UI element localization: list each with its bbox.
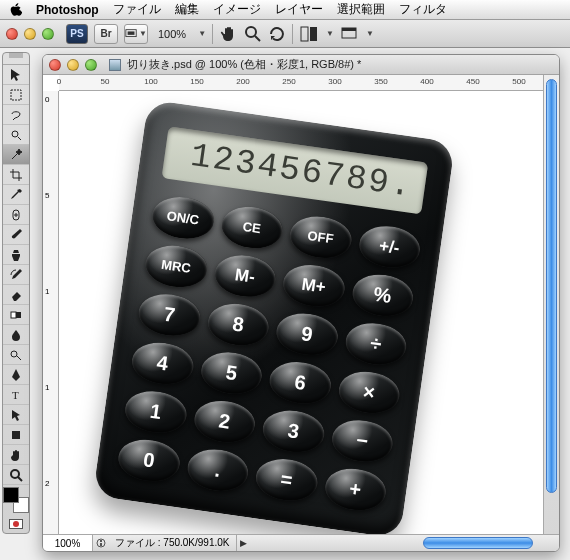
svg-point-16 bbox=[11, 470, 19, 478]
tool-shape[interactable] bbox=[3, 425, 29, 445]
ruler-tick: 150 bbox=[190, 77, 203, 86]
tools-palette: T bbox=[2, 52, 30, 534]
svg-point-2 bbox=[246, 27, 256, 37]
tool-brush[interactable] bbox=[3, 225, 29, 245]
zoom-tool-icon[interactable] bbox=[244, 25, 262, 43]
doc-zoom-icon[interactable] bbox=[85, 59, 97, 71]
menubar-app-name[interactable]: Photoshop bbox=[36, 3, 99, 17]
status-zoom-field[interactable]: 100% bbox=[43, 535, 93, 551]
tool-move[interactable] bbox=[3, 65, 29, 85]
zoom-window-icon[interactable] bbox=[42, 28, 54, 40]
ruler-tick: 0 bbox=[45, 95, 49, 104]
menubar-item-filter[interactable]: フィルタ bbox=[399, 1, 447, 18]
svg-rect-7 bbox=[342, 28, 356, 31]
menubar-item-select[interactable]: 選択範囲 bbox=[337, 1, 385, 18]
calc-key-: % bbox=[349, 271, 416, 320]
horizontal-scroll-thumb[interactable] bbox=[423, 537, 533, 549]
arrange-documents-icon[interactable] bbox=[300, 25, 318, 43]
zoom-level[interactable]: 100% bbox=[154, 28, 190, 40]
ruler-tick: 5 bbox=[45, 191, 49, 200]
ruler-tick: 100 bbox=[144, 77, 157, 86]
tool-magic-wand[interactable] bbox=[3, 145, 29, 165]
tool-clone[interactable] bbox=[3, 245, 29, 265]
calculator-keys: ON/CCEOFF+/-MRCM-M+%789÷456×123−0.=+ bbox=[116, 193, 423, 514]
document-icon bbox=[109, 59, 121, 71]
tool-quick-select[interactable] bbox=[3, 125, 29, 145]
close-window-icon[interactable] bbox=[6, 28, 18, 40]
tool-eyedropper[interactable] bbox=[3, 185, 29, 205]
calc-key-: +/- bbox=[356, 222, 423, 271]
calc-key-8: 8 bbox=[205, 300, 272, 349]
bridge-button[interactable]: Br bbox=[94, 24, 118, 44]
calc-key-1: 1 bbox=[122, 387, 189, 436]
tool-history-brush[interactable] bbox=[3, 265, 29, 285]
tool-zoom[interactable] bbox=[3, 465, 29, 485]
ps-home-button[interactable]: PS bbox=[66, 24, 88, 44]
tool-pen[interactable] bbox=[3, 365, 29, 385]
calc-key-5: 5 bbox=[198, 349, 265, 398]
doc-minimize-icon[interactable] bbox=[67, 59, 79, 71]
screen-mode-button[interactable]: ▼ bbox=[124, 24, 148, 44]
tool-blur[interactable] bbox=[3, 325, 29, 345]
document-titlebar[interactable]: 切り抜き.psd @ 100% (色相・彩度1, RGB/8#) * bbox=[43, 55, 559, 75]
window-traffic-lights bbox=[6, 28, 54, 40]
color-swatches[interactable] bbox=[3, 487, 29, 513]
tool-healing[interactable] bbox=[3, 205, 29, 225]
tool-hand[interactable] bbox=[3, 445, 29, 465]
calc-key-onc: ON/C bbox=[150, 193, 217, 242]
tool-lasso[interactable] bbox=[3, 105, 29, 125]
vertical-scrollbar[interactable] bbox=[543, 75, 559, 535]
rotate-view-icon[interactable] bbox=[268, 25, 286, 43]
menubar-item-image[interactable]: イメージ bbox=[213, 1, 261, 18]
status-menu-arrow-icon[interactable]: ▶ bbox=[237, 538, 251, 548]
status-file-size[interactable]: ファイル : 750.0K/991.0K bbox=[109, 535, 237, 551]
calc-key-mrc: MRC bbox=[143, 242, 210, 291]
svg-rect-4 bbox=[301, 27, 308, 41]
calc-key-ce: CE bbox=[218, 203, 285, 252]
menubar-item-layer[interactable]: レイヤー bbox=[275, 1, 323, 18]
separator bbox=[212, 24, 214, 44]
canvas[interactable]: 123456789. ON/CCEOFF+/-MRCM-M+%789÷456×1… bbox=[59, 91, 543, 534]
svg-rect-8 bbox=[11, 90, 21, 100]
tool-dodge[interactable] bbox=[3, 345, 29, 365]
ruler-tick: 350 bbox=[374, 77, 387, 86]
tool-gradient[interactable] bbox=[3, 305, 29, 325]
calc-key-: + bbox=[322, 465, 389, 514]
menubar-item-edit[interactable]: 編集 bbox=[175, 1, 199, 18]
svg-rect-18 bbox=[100, 540, 102, 542]
calc-key-: = bbox=[253, 455, 320, 504]
tool-marquee[interactable] bbox=[3, 85, 29, 105]
vertical-ruler[interactable]: 05112 bbox=[43, 91, 59, 535]
ruler-tick: 50 bbox=[101, 77, 110, 86]
quick-mask-button[interactable] bbox=[3, 515, 29, 533]
palette-grip[interactable] bbox=[3, 53, 29, 65]
calc-key-9: 9 bbox=[274, 310, 341, 359]
svg-point-9 bbox=[12, 131, 18, 137]
zoom-dropdown-icon[interactable]: ▼ bbox=[198, 29, 206, 38]
calc-key-4: 4 bbox=[129, 339, 196, 388]
status-info-icon[interactable] bbox=[93, 538, 109, 548]
arrange-dropdown-icon[interactable]: ▼ bbox=[326, 29, 334, 38]
screen-mode-icon[interactable] bbox=[340, 25, 358, 43]
calc-key-0: 0 bbox=[116, 436, 183, 485]
svg-rect-15 bbox=[12, 431, 20, 439]
mac-menubar: Photoshop ファイル 編集 イメージ レイヤー 選択範囲 フィルタ bbox=[0, 0, 570, 20]
tool-type[interactable]: T bbox=[3, 385, 29, 405]
separator bbox=[292, 24, 294, 44]
tool-eraser[interactable] bbox=[3, 285, 29, 305]
vertical-scroll-thumb[interactable] bbox=[546, 79, 557, 493]
hand-tool-icon[interactable] bbox=[220, 25, 238, 43]
tool-path-select[interactable] bbox=[3, 405, 29, 425]
horizontal-ruler[interactable]: 050100150200250300350400450500 bbox=[59, 75, 543, 91]
tool-crop[interactable] bbox=[3, 165, 29, 185]
ruler-tick: 500 bbox=[512, 77, 525, 86]
svg-rect-5 bbox=[310, 27, 317, 41]
calc-key-: × bbox=[336, 368, 403, 417]
foreground-color-swatch[interactable] bbox=[3, 487, 19, 503]
doc-close-icon[interactable] bbox=[49, 59, 61, 71]
minimize-window-icon[interactable] bbox=[24, 28, 36, 40]
menubar-item-file[interactable]: ファイル bbox=[113, 1, 161, 18]
calc-key-m: M- bbox=[212, 251, 279, 300]
screen-mode-dropdown-icon[interactable]: ▼ bbox=[366, 29, 374, 38]
ruler-tick: 200 bbox=[236, 77, 249, 86]
